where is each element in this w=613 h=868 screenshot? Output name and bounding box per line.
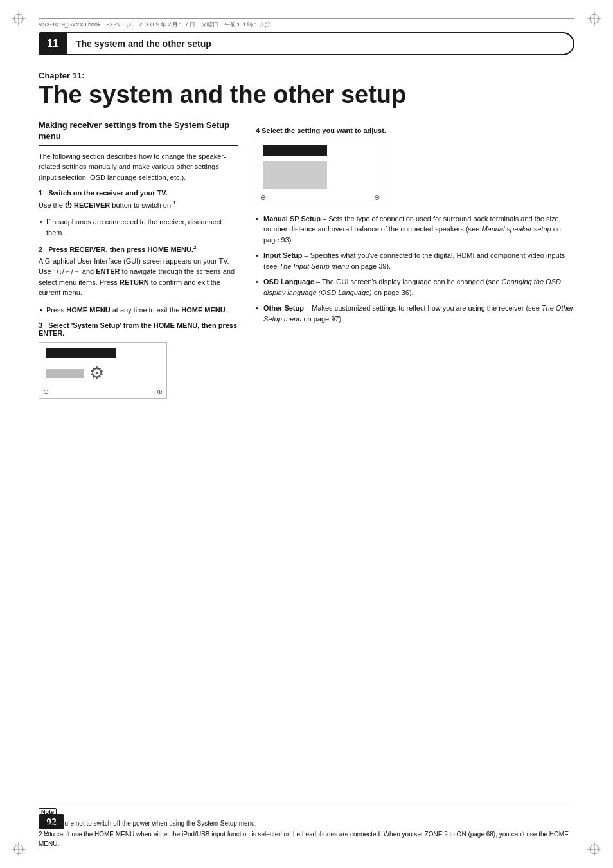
note-label: Note	[39, 808, 574, 817]
step1-bullet: If headphones are connected to the recei…	[39, 217, 238, 238]
main-content: Chapter 11: The system and the other set…	[39, 71, 574, 791]
footer-notes: Note 1 Make sure not to switch off the p…	[39, 804, 574, 849]
file-info-text: VSX-1019_SVYXJ.book 92 ページ ２００９年２月１７日 火曜…	[39, 21, 271, 29]
bullet4: Other Setup – Makes customized settings …	[256, 303, 574, 324]
chapter-sub-label: Chapter 11:	[39, 71, 574, 80]
chapter-header: 11 The system and the other setup	[39, 32, 574, 55]
chapter-header-title: The system and the other setup	[76, 39, 211, 49]
section-intro: The following section describes how to c…	[39, 151, 238, 183]
chapter-title-band: The system and the other setup	[67, 32, 574, 55]
bullet1: Manual SP Setup – Sets the type of conne…	[256, 213, 574, 246]
section-heading: Making receiver settings from the System…	[39, 120, 238, 146]
step4-label: 4 Select the setting you want to adjust.	[256, 127, 574, 134]
chapter-number: 11	[39, 32, 67, 55]
screen-illustration-step4: ⊕ ⊕	[256, 140, 384, 204]
right-column: 4 Select the setting you want to adjust.…	[256, 120, 574, 404]
screen-illustration-step3: ⚙ ⊕ ⊕	[39, 342, 167, 399]
reg-mark-br	[587, 842, 601, 856]
step2-label: 2 Press RECEIVER, then press HOME MENU.2	[39, 244, 238, 253]
step1-body: Use the ⏻ RECEIVER button to switch on.1	[39, 199, 238, 210]
reg-mark-bl	[12, 842, 26, 856]
two-column-layout: Making receiver settings from the System…	[39, 120, 574, 404]
section-heading-text: Making receiver settings from the System…	[39, 120, 229, 141]
note1: 1 Make sure not to switch off the power …	[39, 818, 574, 828]
step3-label: 3 Select 'System Setup' from the HOME ME…	[39, 321, 238, 337]
reg-mark-tl	[12, 12, 26, 26]
chapter-main-title: The system and the other setup	[39, 82, 574, 109]
step1-label-text: 1 Switch on the receiver and your TV.	[39, 189, 168, 197]
step2-body: A Graphical User Interface (GUI) screen …	[39, 256, 238, 298]
reg-mark-tr	[587, 12, 601, 26]
file-info-bar: VSX-1019_SVYXJ.book 92 ページ ２００９年２月１７日 火曜…	[39, 18, 574, 29]
chapter-heading: Chapter 11: The system and the other set…	[39, 71, 574, 109]
step2-bullet: Press HOME MENU at any time to exit the …	[39, 305, 238, 316]
step4-label-text: 4 Select the setting you want to adjust.	[256, 127, 386, 134]
step1-bullet-text: If headphones are connected to the recei…	[46, 218, 222, 237]
note2: 2 You can't use the HOME MENU when eithe…	[39, 829, 574, 849]
bullet2: Input Setup – Specifies what you've conn…	[256, 250, 574, 271]
step1-label: 1 Switch on the receiver and your TV.	[39, 189, 238, 197]
bullet3: OSD Language – The GUI screen's display …	[256, 276, 574, 298]
step3-label-text: 3 Select 'System Setup' from the HOME ME…	[39, 321, 237, 337]
step2-label-text: 2 Press RECEIVER, then press HOME MENU.2	[39, 246, 196, 253]
left-column: Making receiver settings from the System…	[39, 120, 238, 404]
